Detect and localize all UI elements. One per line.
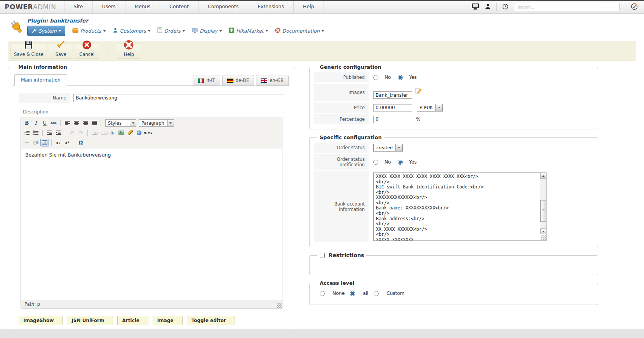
language-tabs: it-IT de-DE en-GB (193, 75, 289, 86)
chevron-down-icon (266, 30, 268, 32)
top-menu-extensions[interactable]: Extensions (248, 1, 294, 13)
access-all-radio[interactable] (350, 291, 355, 296)
undo-button[interactable]: ↶ (68, 129, 76, 137)
access-custom-radio[interactable] (374, 291, 379, 296)
published-yes-radio[interactable] (398, 75, 403, 80)
top-menu-content[interactable]: Content (160, 1, 198, 13)
redo-button[interactable]: ↷ (77, 129, 85, 137)
tab-lang-de[interactable]: de-DE (222, 75, 254, 86)
editor-help-button[interactable] (135, 129, 143, 137)
box-icon (72, 27, 78, 35)
numbered-list-button[interactable] (31, 129, 40, 137)
textarea-scrollbar[interactable] (540, 173, 546, 234)
price-input[interactable] (373, 104, 412, 112)
justify-button[interactable] (90, 119, 98, 127)
cancel-button[interactable]: Cancel (75, 43, 99, 59)
access-none-radio[interactable] (320, 291, 325, 296)
align-center-button[interactable] (72, 119, 80, 127)
tab-main-information[interactable]: Main information (14, 74, 67, 86)
top-menu-menus[interactable]: Menus (125, 1, 160, 13)
menu-products[interactable]: Products (72, 27, 106, 35)
cleanup-button[interactable] (126, 129, 134, 137)
display-icon (192, 27, 198, 35)
article-button[interactable]: Article (117, 316, 148, 325)
tab-lang-it[interactable]: it-IT (193, 75, 220, 86)
top-menu-site[interactable]: Site (64, 1, 93, 13)
name-input[interactable] (73, 94, 284, 102)
textarea-resize-grip[interactable] (541, 235, 546, 240)
superscript-button[interactable]: x² (63, 139, 71, 146)
image-button[interactable]: Image (153, 316, 183, 325)
content-area: Main information Main information it-IT … (0, 61, 644, 336)
restrictions-checkbox[interactable] (320, 253, 325, 258)
strikethrough-button[interactable]: ABC (49, 119, 58, 127)
align-right-button[interactable] (81, 119, 89, 127)
menu-documentation[interactable]: Documentation (275, 27, 324, 35)
menu-customers[interactable]: Customers (113, 27, 150, 35)
menu-display[interactable]: Display (192, 27, 222, 35)
right-column: Generic configuration Published No Yes I… (309, 64, 598, 310)
outdent-button[interactable] (45, 129, 54, 137)
tab-lang-gb[interactable]: en-GB (256, 75, 289, 86)
help-button[interactable]: Help (117, 43, 141, 59)
generic-configuration-legend: Generic configuration (317, 64, 384, 70)
anchor-button[interactable]: ⚓ (108, 129, 117, 137)
imageshow-button[interactable]: ImageShow (19, 316, 63, 325)
save-close-button[interactable]: Save & Close (10, 43, 47, 59)
align-left-button[interactable] (63, 119, 71, 127)
remove-format-button[interactable] (31, 139, 40, 146)
search-input[interactable] (514, 3, 620, 11)
unlink-button[interactable] (99, 129, 108, 137)
menu-orders[interactable]: Orders (157, 27, 185, 35)
order-status-row: Order status created (314, 143, 593, 153)
recent-button[interactable] (502, 3, 508, 11)
percentage-input[interactable] (373, 116, 412, 123)
preview-site-button[interactable] (472, 3, 479, 11)
scroll-down-button[interactable] (540, 228, 546, 234)
paragraph-select-arrow (167, 120, 174, 126)
published-controls: No Yes (369, 72, 593, 82)
italic-button[interactable]: I (31, 119, 40, 127)
horizontal-rule-button[interactable]: — (23, 139, 31, 146)
bullet-list-button[interactable] (23, 129, 31, 137)
notification-no-radio[interactable] (373, 160, 378, 165)
bank-info-row: Bank account information XXXX XXXX XXXX … (314, 171, 593, 242)
top-menu-users[interactable]: Users (93, 1, 125, 13)
indent-icon (56, 131, 61, 135)
images-input[interactable] (373, 91, 412, 99)
user-menu-button[interactable] (485, 3, 491, 11)
special-char-button[interactable]: Ω (77, 139, 85, 146)
paragraph-select[interactable]: Paragraph (139, 119, 174, 127)
insert-image-button[interactable] (117, 129, 125, 137)
editor-resize-grip[interactable] (277, 303, 282, 308)
top-menu-components[interactable]: Components (198, 1, 248, 13)
bold-button[interactable]: B (23, 119, 31, 127)
insert-link-button[interactable] (90, 129, 99, 137)
currency-select[interactable]: € EUR (417, 104, 443, 112)
published-no-radio[interactable] (373, 75, 378, 80)
scrollbar-thumb[interactable] (540, 200, 546, 222)
edit-pencil-icon[interactable] (415, 87, 422, 95)
jsn-uniform-button[interactable]: JSN UniForm (67, 316, 113, 325)
scrollbar-track[interactable] (540, 179, 546, 228)
order-status-select[interactable]: created (373, 144, 403, 152)
editor-content[interactable]: Bezahlen Sie mit Banküberweisung (21, 148, 282, 300)
menu-system[interactable]: System (27, 26, 65, 36)
underline-button[interactable]: U (40, 119, 49, 127)
generic-configuration-fieldset: Generic configuration Published No Yes I… (309, 64, 598, 129)
status-check-button[interactable] (631, 3, 638, 11)
table-button[interactable] (40, 139, 49, 146)
menu-hikamarket[interactable]: HikaMarket (229, 27, 268, 35)
indent-button[interactable] (54, 129, 63, 137)
notification-yes-radio[interactable] (398, 160, 403, 165)
bank-info-textarea[interactable]: XXXX XXXX XXXX XXXX XXXX XXXX XXX<br/> <… (373, 172, 547, 241)
save-button[interactable]: Save (49, 43, 73, 59)
editor-path: Path: p (24, 301, 40, 307)
top-menu-help[interactable]: Help (294, 1, 324, 13)
styles-select[interactable]: Styles (105, 119, 136, 127)
subscript-button[interactable]: x₂ (54, 139, 63, 146)
scroll-up-button[interactable] (540, 173, 546, 179)
html-source-button[interactable]: HTML (144, 129, 152, 137)
access-none-label: None (332, 291, 345, 296)
toggle-editor-button[interactable]: Toggle editor (187, 316, 235, 325)
